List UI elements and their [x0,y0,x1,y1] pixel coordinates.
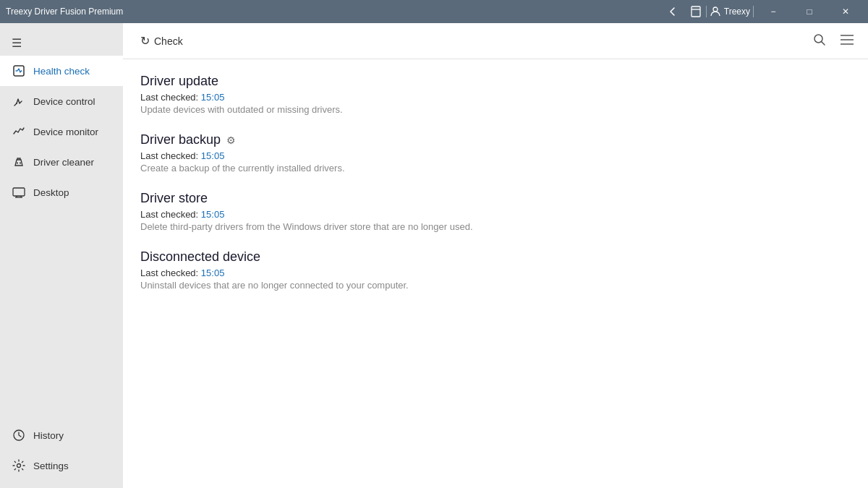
check-label: Check [154,35,183,47]
nav-bottom-items: History Settings [0,420,123,481]
sidebar-bottom: History Settings [0,420,123,488]
sidebar-item-driver-cleaner[interactable]: Driver cleaner [0,147,123,177]
gear-icon-driver-backup[interactable]: ⚙ [226,134,236,146]
menu-button[interactable] [838,32,856,51]
section-driver-update: Driver update Last checked: 15:05 Update… [140,74,851,115]
section-meta-driver-backup: Last checked: 15:05 [140,150,851,161]
svg-rect-3 [14,66,24,76]
app-body: ☰ Health check Device control Device mon… [0,23,868,488]
app-title: Treexy Driver Fusion Premium [6,7,123,17]
sidebar-item-desktop[interactable]: Desktop [0,177,123,207]
section-disconnected-device: Disconnected device Last checked: 15:05 … [140,249,851,291]
section-meta-driver-store: Last checked: 15:05 [140,209,851,220]
titlebar-controls: Treexy − □ ✕ [665,0,862,23]
sidebar-item-label: Health check [33,66,90,77]
sidebar-item-label: Device control [33,96,95,107]
bookmark-icon[interactable] [689,4,703,19]
titlebar-user[interactable]: Treexy [710,6,750,17]
toolbar-right [810,30,856,52]
device-control-icon [12,94,26,108]
titlebar-left: Treexy Driver Fusion Premium [6,7,123,17]
device-monitor-icon [12,124,26,139]
last-checked-label: Last checked: [140,92,198,103]
sidebar-item-label: Device monitor [33,127,98,137]
sidebar-item-label: Settings [33,461,69,471]
desktop-icon [12,185,26,200]
content-scroll: Driver update Last checked: 15:05 Update… [123,59,868,488]
last-checked-time: 15:05 [201,150,225,161]
titlebar: Treexy Driver Fusion Premium Treexy [0,0,868,23]
last-checked-label: Last checked: [140,209,198,220]
svg-point-12 [17,464,21,468]
sidebar-item-settings[interactable]: Settings [0,450,123,481]
section-meta-disconnected-device: Last checked: 15:05 [140,267,851,278]
hamburger-menu[interactable]: ☰ [0,30,123,56]
section-title-text: Driver backup [140,132,221,147]
toolbar-left: ↻ Check [135,30,189,52]
svg-point-4 [16,103,17,104]
titlebar-icon-group [665,4,703,19]
section-title-text: Driver store [140,191,208,206]
sidebar-item-history[interactable]: History [0,420,123,450]
close-button[interactable]: ✕ [829,0,862,23]
section-desc-driver-update: Update devices with outdated or missing … [140,104,851,115]
titlebar-separator [706,6,707,17]
last-checked-time: 15:05 [201,92,225,103]
last-checked-label: Last checked: [140,150,198,161]
maximize-button[interactable]: □ [793,0,826,23]
content-area: ↻ Check [123,23,868,488]
minimize-button[interactable]: − [757,0,790,23]
sidebar-item-label: Desktop [33,187,69,198]
section-title-disconnected-device: Disconnected device [140,249,851,265]
sidebar-top: ☰ Health check Device control Device mon… [0,23,123,215]
toolbar: ↻ Check [123,23,868,59]
settings-icon [12,458,26,473]
last-checked-label: Last checked: [140,267,198,278]
sidebar-item-device-control[interactable]: Device control [0,86,123,116]
health-icon [12,64,26,78]
svg-point-2 [713,7,718,12]
section-title-driver-update: Driver update [140,74,851,89]
driver-cleaner-icon [12,155,26,169]
sidebar-item-label: History [33,430,64,441]
section-driver-store: Driver store Last checked: 15:05 Delete … [140,191,851,232]
section-driver-backup: Driver backup ⚙ Last checked: 15:05 Crea… [140,132,851,174]
last-checked-time: 15:05 [201,267,225,278]
username: Treexy [724,7,750,17]
section-desc-disconnected-device: Uninstall devices that are no longer con… [140,280,851,291]
section-desc-driver-store: Delete third-party drivers from the Wind… [140,221,851,232]
section-title-text: Disconnected device [140,249,260,265]
section-title-text: Driver update [140,74,218,89]
sections-container: Driver update Last checked: 15:05 Update… [140,74,851,291]
section-title-driver-backup: Driver backup ⚙ [140,132,851,147]
titlebar-separator2 [753,6,754,17]
svg-line-14 [822,41,825,45]
history-icon [12,428,26,442]
sidebar: ☰ Health check Device control Device mon… [0,23,123,488]
section-desc-driver-backup: Create a backup of the currently install… [140,163,851,174]
nav-items: Health check Device control Device monit… [0,56,123,207]
section-meta-driver-update: Last checked: 15:05 [140,92,851,103]
check-button[interactable]: ↻ Check [135,30,189,52]
section-title-driver-store: Driver store [140,191,851,206]
last-checked-time: 15:05 [201,209,225,220]
svg-rect-0 [692,7,700,17]
sidebar-item-health-check[interactable]: Health check [0,56,123,86]
check-refresh-icon: ↻ [140,34,150,48]
svg-rect-7 [13,188,25,196]
back-icon[interactable] [665,4,680,19]
sidebar-item-device-monitor[interactable]: Device monitor [0,116,123,147]
sidebar-item-label: Driver cleaner [33,157,94,168]
search-button[interactable] [810,30,829,52]
